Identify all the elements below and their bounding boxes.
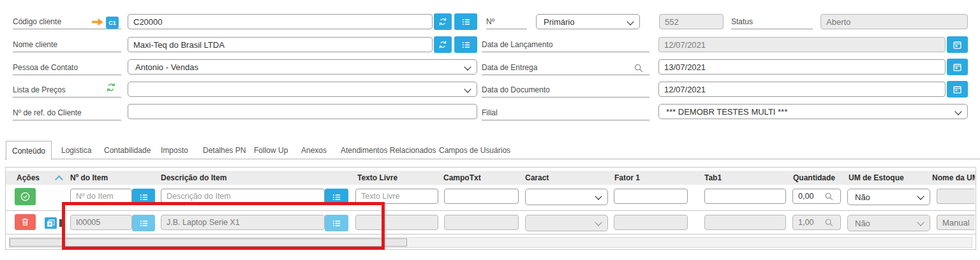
- label-underline: [482, 97, 650, 98]
- item-list-button[interactable]: [132, 215, 155, 231]
- refresh-icon: [438, 40, 447, 49]
- column-header-nome-um: Nome da UM: [932, 173, 975, 182]
- new-fator1-input[interactable]: [614, 189, 688, 204]
- new-item-list-button[interactable]: [132, 189, 155, 205]
- new-description-list-button[interactable]: [325, 189, 348, 205]
- label-underline: [13, 52, 121, 52]
- data-documento-input[interactable]: [658, 82, 946, 97]
- status-label: Status: [731, 17, 753, 26]
- new-campotxt-input[interactable]: [444, 189, 519, 204]
- tab-anexos[interactable]: Anexos: [301, 146, 327, 155]
- tab-bar-divider: [5, 159, 980, 159]
- caract-select: [525, 215, 608, 231]
- tab-conteudo[interactable]: Conteúdo: [6, 141, 52, 160]
- hidden-action-sliver: [59, 219, 62, 227]
- delete-row-button[interactable]: [15, 214, 36, 230]
- chevron-down-icon: [595, 192, 602, 199]
- row-divider: [6, 210, 976, 211]
- sales-order-form: Código cliente C1 Nome cliente Pessoa de…: [0, 0, 980, 260]
- item-description-field: [161, 215, 325, 230]
- tab-follow-up[interactable]: Follow Up: [254, 146, 288, 155]
- column-header-fator1: Fator 1: [614, 173, 640, 182]
- data-lancamento-calendar-button[interactable]: [947, 36, 968, 53]
- list-icon: [139, 192, 149, 202]
- texto-livre-field: [355, 215, 438, 230]
- codigo-list-button[interactable]: [454, 13, 477, 30]
- calendar-icon: [953, 85, 962, 94]
- chevron-down-icon: [917, 192, 924, 199]
- lista-precos-label: Lista de Preços: [13, 85, 66, 94]
- row-divider: [6, 234, 976, 235]
- nome-list-button[interactable]: [454, 36, 477, 53]
- filial-select[interactable]: *** DEMOBR TESTES MULTI ***: [658, 104, 968, 119]
- data-entrega-calendar-button[interactable]: [947, 59, 968, 75]
- num-ref-cliente-input[interactable]: [128, 104, 477, 119]
- tab-contabilidade[interactable]: Contabilidade: [104, 146, 151, 155]
- lista-precos-refresh-icon[interactable]: [106, 82, 116, 92]
- data-entrega-input[interactable]: [658, 59, 946, 75]
- filial-label: Filial: [482, 108, 498, 117]
- pessoa-contato-select[interactable]: Antonio - Vendas: [128, 59, 477, 75]
- column-header-texto-livre: Texto Livre: [357, 173, 397, 182]
- c1-badge[interactable]: C1: [106, 17, 119, 29]
- tab-detalhes-pn[interactable]: Detalhes PN: [203, 146, 246, 155]
- lista-precos-select[interactable]: [128, 82, 477, 97]
- new-caract-select[interactable]: [525, 189, 608, 205]
- um-estoque-select: Não: [847, 215, 930, 231]
- chevron-down-icon: [917, 219, 924, 226]
- refresh-icon: [438, 17, 447, 26]
- chevron-down-icon: [627, 18, 634, 25]
- duplicate-row-button[interactable]: [45, 217, 57, 229]
- new-um-estoque-select[interactable]: Não: [847, 189, 930, 205]
- list-icon: [461, 40, 471, 50]
- new-item-code-input[interactable]: [70, 189, 132, 204]
- codigo-refresh-button[interactable]: [434, 13, 452, 30]
- column-header-um-estoque: UM de Estoque: [849, 173, 904, 182]
- item-code-field: [70, 215, 132, 230]
- numero-select[interactable]: Primário: [536, 14, 640, 29]
- tab-campos-de-usuarios[interactable]: Campos de Usuários: [439, 146, 510, 155]
- codigo-cliente-label: Código cliente: [13, 17, 61, 26]
- new-tab1-input[interactable]: [704, 189, 786, 204]
- status-value-field: [820, 14, 968, 29]
- new-texto-livre-input[interactable]: [355, 189, 438, 204]
- search-icon[interactable]: [824, 192, 834, 201]
- new-item-description-input[interactable]: [161, 189, 325, 204]
- pessoa-contato-label: Pessoa de Contato: [13, 63, 78, 72]
- list-icon: [332, 192, 341, 202]
- nome-refresh-button[interactable]: [434, 36, 452, 53]
- label-underline: [731, 29, 813, 29]
- horizontal-scrollbar-thumb[interactable]: [10, 238, 407, 247]
- calendar-icon: [953, 62, 962, 72]
- nome-um-field: [937, 215, 975, 230]
- tab1-field: [704, 215, 786, 230]
- data-documento-calendar-button[interactable]: [947, 81, 968, 98]
- confirm-row-button[interactable]: [15, 188, 36, 205]
- chevron-down-icon: [595, 219, 602, 226]
- label-underline: [482, 75, 650, 75]
- chevron-down-icon: [464, 85, 471, 92]
- codigo-cliente-input[interactable]: [128, 14, 433, 29]
- nome-cliente-label: Nome cliente: [13, 40, 57, 49]
- label-underline: [13, 97, 121, 98]
- column-header-quantidade: Quantidade: [793, 173, 835, 182]
- tab-atendimentos-relacionados[interactable]: Atendimentos Relacionados: [341, 146, 436, 155]
- copy-plus-icon: [47, 219, 55, 227]
- nome-cliente-input[interactable]: [128, 37, 433, 52]
- description-list-button[interactable]: [325, 215, 348, 231]
- tab-imposto[interactable]: Imposto: [161, 146, 188, 155]
- list-icon: [461, 17, 471, 27]
- orange-arrow-icon: [91, 18, 104, 26]
- doc-number-field: [659, 14, 724, 29]
- tab-logistica[interactable]: Logistica: [61, 146, 91, 155]
- list-icon: [139, 219, 149, 228]
- data-lancamento-label: Data de Lançamento: [482, 40, 553, 49]
- check-circle-icon: [20, 191, 31, 202]
- search-icon[interactable]: [634, 63, 644, 73]
- chevron-down-icon: [954, 108, 961, 115]
- numero-label: Nº: [486, 17, 494, 26]
- data-entrega-label: Data de Entrega: [482, 63, 537, 72]
- new-nome-um-field: [937, 189, 975, 204]
- search-icon: [824, 218, 834, 227]
- chevron-down-icon: [464, 63, 471, 70]
